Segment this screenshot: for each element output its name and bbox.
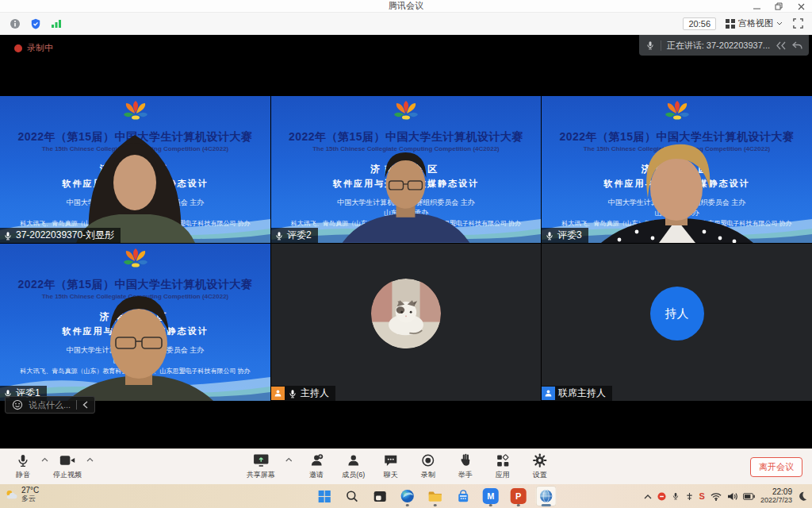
apps-icon xyxy=(496,454,509,468)
view-mode-selector[interactable]: 宫格视图 xyxy=(726,17,783,29)
search-button[interactable] xyxy=(342,486,362,506)
taskbar-clock[interactable]: 22:09 2022/7/23 xyxy=(760,487,792,505)
speaking-mic-icon xyxy=(645,40,655,50)
participant-name-bar: 37-2022039370-刘昱彤 xyxy=(0,228,121,243)
mic-options-caret[interactable] xyxy=(41,457,48,462)
weather-icon xyxy=(5,489,18,501)
video-tile-host[interactable]: 主持人 xyxy=(271,244,541,401)
host-badge-icon xyxy=(271,387,285,400)
raise-hand-button[interactable]: 举手 xyxy=(452,452,479,480)
fullscreen-icon[interactable] xyxy=(792,17,804,29)
participant-name: 评委3 xyxy=(557,229,582,242)
settings-gear-icon xyxy=(533,453,547,468)
recording-tray-icon[interactable] xyxy=(657,492,666,501)
participant-video-man xyxy=(0,244,270,401)
m-app-button[interactable]: M xyxy=(481,486,501,506)
mic-on-icon xyxy=(3,231,13,241)
network-signal-icon[interactable] xyxy=(51,18,62,29)
file-explorer-button[interactable] xyxy=(425,486,446,506)
taskbar-weather[interactable]: 27°C 多云 xyxy=(5,486,39,503)
folder-icon xyxy=(428,491,442,502)
task-view-button[interactable] xyxy=(370,486,390,506)
security-shield-icon[interactable] xyxy=(30,18,41,29)
chat-quick-bar[interactable]: 说点什么... xyxy=(5,396,95,414)
chat-icon xyxy=(384,454,398,468)
collapse-icon[interactable] xyxy=(776,41,787,50)
video-tile-judge3[interactable]: 2022年（第15届）中国大学生计算机设计大赛 The 15th Chinese… xyxy=(542,96,812,243)
close-button[interactable] xyxy=(790,0,812,13)
search-icon xyxy=(346,490,358,502)
video-tile-judge1[interactable]: 2022年（第15届）中国大学生计算机设计大赛 The 15th Chinese… xyxy=(0,244,270,401)
taskbar-tray: S 22:09 2022/7/23 xyxy=(644,486,807,506)
raise-hand-icon xyxy=(459,453,472,468)
participant-name-bar: 评委2 xyxy=(271,228,318,243)
invite-button[interactable]: 邀请 xyxy=(303,452,330,480)
restore-button[interactable] xyxy=(768,0,790,13)
clock-date: 2022/7/23 xyxy=(760,496,792,505)
wifi-icon[interactable] xyxy=(710,492,722,501)
weather-desc: 多云 xyxy=(21,495,39,503)
video-tile-liu-yutong[interactable]: 2022年（第15届）中国大学生计算机设计大赛 The 15th Chinese… xyxy=(0,96,270,243)
settings-button[interactable]: 设置 xyxy=(527,452,553,480)
apps-button[interactable]: 应用 xyxy=(489,452,516,480)
grid-view-icon xyxy=(726,19,735,29)
stop-video-button[interactable]: 停止视频 xyxy=(53,452,82,480)
share-screen-icon xyxy=(252,453,269,468)
meeting-info-icon[interactable] xyxy=(10,18,21,29)
chat-placeholder[interactable]: 说点什么... xyxy=(29,399,71,411)
sogou-input-icon[interactable]: S xyxy=(699,491,705,501)
tencent-meeting-taskbar-button[interactable] xyxy=(536,486,557,506)
video-stage: 录制中 正在讲话: 37-202203937... xyxy=(0,35,812,448)
participant-name-bar: 主持人 xyxy=(271,386,335,401)
close-icon xyxy=(798,3,805,10)
share-options-caret[interactable] xyxy=(285,457,293,462)
mute-button[interactable]: 静音 xyxy=(10,452,36,480)
store-button[interactable] xyxy=(453,486,473,506)
minimize-button[interactable] xyxy=(745,0,768,13)
emoji-icon[interactable] xyxy=(12,399,23,410)
participant-video-woman xyxy=(0,96,270,243)
chevron-left-icon[interactable] xyxy=(82,401,88,409)
record-button[interactable]: 录制 xyxy=(415,452,442,480)
store-bag-icon xyxy=(456,490,469,503)
participant-name: 37-2022039370-刘昱彤 xyxy=(16,229,114,242)
participant-name: 评委2 xyxy=(287,229,312,242)
participant-video-man-glasses xyxy=(271,96,541,243)
camera-options-caret[interactable] xyxy=(86,457,94,462)
tray-expand-icon[interactable] xyxy=(644,494,652,499)
powerpoint-button[interactable]: P xyxy=(508,486,529,506)
video-tile-cohost[interactable]: 持人 联席主持人 xyxy=(542,244,812,401)
speaker-icon[interactable] xyxy=(727,492,737,501)
weather-temp: 27°C xyxy=(21,486,39,495)
edge-browser-button[interactable] xyxy=(397,486,418,506)
host-avatar xyxy=(371,279,441,348)
recording-indicator: 录制中 xyxy=(14,42,53,54)
mic-tray-icon[interactable] xyxy=(672,491,680,501)
participant-name: 联席主持人 xyxy=(558,387,606,400)
minimize-icon xyxy=(753,3,760,10)
leave-meeting-button[interactable]: 离开会议 xyxy=(750,457,802,477)
members-button[interactable]: 成员(6) xyxy=(340,452,367,480)
participant-name-bar: 联席主持人 xyxy=(542,386,612,401)
reply-arrow-icon[interactable] xyxy=(792,41,802,50)
view-mode-label: 宫格视图 xyxy=(738,17,773,29)
focus-assist-moon-icon[interactable] xyxy=(798,491,807,501)
clock-time: 22:09 xyxy=(772,487,792,496)
meeting-toolbar: 20:56 宫格视图 xyxy=(0,13,812,35)
participant-name-bar: 评委3 xyxy=(542,228,588,243)
cohost-avatar: 持人 xyxy=(650,287,704,341)
chevron-down-icon xyxy=(776,21,783,25)
start-button[interactable] xyxy=(314,486,335,506)
battery-icon[interactable] xyxy=(743,493,755,500)
recording-dot-icon xyxy=(14,44,22,52)
share-screen-button[interactable]: 共享屏幕 xyxy=(247,452,275,480)
mic-on-icon xyxy=(274,231,284,241)
mic-icon xyxy=(16,453,30,468)
cohost-avatar-text: 持人 xyxy=(665,306,689,321)
video-tile-judge2[interactable]: 2022年（第15届）中国大学生计算机设计大赛 The 15th Chinese… xyxy=(271,96,541,243)
chat-button[interactable]: 聊天 xyxy=(377,452,404,480)
windows-taskbar: 27°C 多云 xyxy=(0,484,812,508)
pin-tray-icon[interactable] xyxy=(685,492,694,501)
cohost-badge-icon xyxy=(542,387,555,400)
record-icon xyxy=(421,453,435,468)
